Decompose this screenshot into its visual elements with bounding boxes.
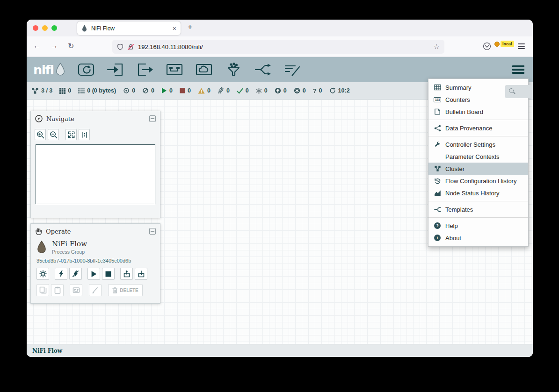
forward-icon[interactable]: → <box>51 42 58 50</box>
start-button[interactable] <box>87 268 100 280</box>
stopped-icon <box>180 88 185 93</box>
tab-close-icon[interactable]: × <box>173 25 176 32</box>
invalid-icon <box>198 88 205 94</box>
stale-status: 0 <box>275 87 287 94</box>
help-icon: ? <box>434 222 441 229</box>
processor-component-icon[interactable] <box>77 62 95 78</box>
not-transmitting-icon <box>142 87 149 94</box>
tracking-protection-shield-icon[interactable] <box>117 43 123 50</box>
menu-divider <box>428 120 528 120</box>
nifi-logo-drop-icon <box>55 63 65 77</box>
selection-id: 35cbd3b7-017b-1000-8bff-1c3405c00d6b <box>36 258 154 264</box>
collapse-navigate-button[interactable] <box>149 115 156 122</box>
copy-button[interactable] <box>36 284 49 296</box>
stop-button[interactable] <box>102 268 115 280</box>
url-text[interactable]: 192.168.40.11:8080/nifi/ <box>138 43 430 50</box>
not-transmitting-status: 0 <box>142 87 154 94</box>
templates-icon <box>434 206 441 213</box>
queued-icon <box>78 88 85 94</box>
breadcrumb[interactable]: NiFi Flow <box>32 348 62 354</box>
birdseye-minimap[interactable] <box>36 144 155 204</box>
locally-modified-stale-icon <box>294 87 300 94</box>
running-status: 0 <box>161 87 173 94</box>
menu-item-templates[interactable]: Templates <box>428 203 528 215</box>
create-template-button[interactable] <box>135 268 147 280</box>
container-icon <box>494 42 500 47</box>
cluster-icon <box>434 165 441 172</box>
zoom-out-button[interactable] <box>48 129 59 140</box>
window-controls <box>33 25 57 31</box>
invalid-status: 0 <box>198 87 211 94</box>
template-component-icon[interactable] <box>254 62 272 78</box>
operate-hand-icon <box>35 228 42 235</box>
new-tab-button[interactable]: + <box>188 22 193 32</box>
transmitting-status: 0 <box>123 87 135 94</box>
refresh-icon[interactable] <box>329 87 336 94</box>
process-group-component-icon[interactable] <box>165 62 184 78</box>
running-icon <box>161 87 167 94</box>
search-icon[interactable] <box>509 88 515 95</box>
menu-divider <box>428 201 528 201</box>
browser-tab[interactable]: NiFi Flow × <box>77 21 181 35</box>
back-icon[interactable]: ← <box>33 42 41 50</box>
locally-modified-icon <box>256 88 262 94</box>
reload-icon[interactable]: ↻ <box>68 42 74 50</box>
collapse-operate-button[interactable] <box>149 228 156 235</box>
operate-panel: Operate NiFi Flow Process Group 35cbd3b7… <box>30 223 160 304</box>
menu-item-about[interactable]: i About <box>428 232 528 244</box>
menu-item-bulletin-board[interactable]: Bulletin Board <box>428 106 528 118</box>
url-bar[interactable]: 192.168.40.11:8080/nifi/ ☆ <box>112 40 444 54</box>
browser-menu-icon[interactable] <box>518 43 525 49</box>
menu-item-controller-settings[interactable]: Controller Settings <box>428 138 528 150</box>
cluster-status: 3 / 3 <box>31 87 52 94</box>
nifi-search[interactable] <box>505 85 531 98</box>
tab-bar: NiFi Flow × + <box>27 20 533 36</box>
insecure-lock-icon[interactable] <box>127 43 134 50</box>
close-window-button[interactable] <box>33 25 38 31</box>
zoom-window-button[interactable] <box>51 25 57 31</box>
configuration-button[interactable] <box>36 268 49 280</box>
nifi-favicon <box>81 25 87 32</box>
active-threads-icon <box>59 88 65 94</box>
container-label: local <box>501 41 514 47</box>
menu-item-node-status-history[interactable]: Node Status History <box>428 187 528 199</box>
input-port-component-icon[interactable] <box>106 62 125 78</box>
bulletin-board-icon <box>434 108 441 115</box>
menu-item-data-provenance[interactable]: Data Provenance <box>428 122 528 134</box>
enable-button[interactable] <box>55 268 67 280</box>
delete-button[interactable]: DELETE <box>108 284 143 296</box>
global-menu-icon[interactable] <box>512 65 524 74</box>
counters-icon: 123 <box>434 97 441 102</box>
output-port-component-icon[interactable] <box>136 62 154 78</box>
upload-template-button[interactable] <box>120 268 133 280</box>
minimize-window-button[interactable] <box>42 25 48 31</box>
group-button[interactable] <box>70 284 82 296</box>
node-status-history-icon <box>434 190 441 196</box>
fill-color-button[interactable] <box>89 284 102 296</box>
active-threads-status: 0 <box>59 87 71 94</box>
menu-item-parameter-contexts[interactable]: Parameter Contexts <box>428 150 528 163</box>
menu-item-flow-configuration-history[interactable]: Flow Configuration History <box>428 175 528 187</box>
refresh-status[interactable]: 10:2 <box>329 87 350 94</box>
selection-type: Process Group <box>52 249 87 255</box>
zoom-fit-button[interactable] <box>65 129 77 140</box>
bookmark-star-icon[interactable]: ☆ <box>434 43 440 51</box>
zoom-actual-size-button[interactable] <box>79 129 90 140</box>
summary-icon <box>434 84 441 91</box>
disabled-status: 0 <box>218 87 230 94</box>
container-tab-badge[interactable]: local <box>494 41 514 47</box>
about-icon: i <box>434 235 441 241</box>
paste-button[interactable] <box>51 284 64 296</box>
pocket-icon[interactable] <box>483 42 491 50</box>
label-component-icon[interactable] <box>283 62 302 78</box>
funnel-component-icon[interactable] <box>224 62 243 78</box>
stopped-status: 0 <box>180 87 191 94</box>
zoom-in-button[interactable] <box>35 129 46 140</box>
navigate-panel: Navigate <box>30 111 160 218</box>
menu-item-help[interactable]: ? Help <box>428 220 528 232</box>
disable-button[interactable] <box>69 268 82 280</box>
up-to-date-icon <box>237 88 243 94</box>
selection-name: NiFi Flow <box>52 240 87 248</box>
menu-item-cluster[interactable]: Cluster <box>428 163 528 175</box>
remote-process-group-component-icon[interactable] <box>195 62 213 78</box>
